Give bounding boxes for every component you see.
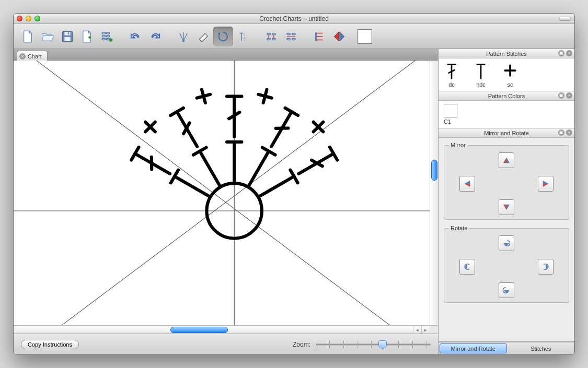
- app-window: Crochet Charts – untitled: [13, 13, 575, 355]
- side-panel-area: Pattern Stitches ▣ × dc hdc: [439, 49, 574, 354]
- svg-point-18: [292, 38, 296, 40]
- select-tool-button[interactable]: [174, 27, 193, 46]
- svg-line-39: [180, 123, 193, 134]
- mirror-rotate-title: Mirror and Rotate: [442, 130, 571, 136]
- panel-close-icon[interactable]: ×: [566, 129, 572, 136]
- color-swatch-c1[interactable]: C1: [444, 104, 569, 125]
- zoom-slider[interactable]: [316, 340, 431, 349]
- add-stitches-button[interactable]: [97, 27, 117, 46]
- rotate-ccw-90-button[interactable]: [499, 235, 514, 251]
- rotate-circle-icon: [216, 29, 230, 44]
- svg-rect-1: [64, 32, 70, 35]
- svg-line-48: [312, 157, 322, 170]
- redo-button[interactable]: [145, 27, 165, 46]
- svg-point-8: [102, 38, 106, 40]
- mirror-legend: Mirror: [448, 142, 468, 148]
- rotate-right-icon: [541, 262, 550, 272]
- document-tab-bar: × Chart: [14, 49, 438, 61]
- panel-popout-icon[interactable]: ▣: [558, 92, 564, 99]
- pattern-stitches-panel: Pattern Stitches ▣ × dc hdc: [439, 49, 574, 91]
- pattern-colors-title: Pattern Colors: [442, 93, 571, 99]
- mirror-down-icon: [502, 202, 511, 212]
- eraser-tool-button[interactable]: [193, 27, 213, 46]
- svg-point-16: [292, 33, 296, 34]
- svg-point-14: [272, 38, 276, 40]
- row-edit-button[interactable]: [309, 27, 329, 46]
- canvas-horizontal-scrollbar[interactable]: ◂▸: [14, 325, 430, 334]
- mirror-right-button[interactable]: [538, 176, 554, 192]
- svg-line-26: [200, 151, 220, 185]
- rotate-left-button[interactable]: [459, 259, 475, 275]
- blank-page-icon: [21, 29, 34, 44]
- mirror-tool-button[interactable]: [329, 27, 349, 46]
- svg-point-13: [267, 38, 271, 40]
- svg-line-36: [146, 157, 157, 170]
- fan-select-icon: [177, 29, 190, 44]
- side-tab-stitches[interactable]: Stitches: [508, 342, 575, 354]
- svg-point-7: [106, 35, 110, 37]
- mirror-up-icon: [502, 155, 511, 165]
- stitch-resize-icon: [236, 29, 250, 44]
- scroll-corner: [430, 325, 438, 334]
- rotate-tool-button[interactable]: [213, 27, 233, 46]
- scroll-left-icon[interactable]: ◂: [413, 326, 421, 334]
- mirror-triangle-icon: [332, 29, 346, 44]
- svg-line-22: [14, 61, 438, 334]
- stitch-hdc[interactable]: hdc: [473, 62, 489, 88]
- copy-instructions-button[interactable]: Copy Instructions: [21, 340, 79, 349]
- svg-line-24: [175, 176, 209, 196]
- rotate-right-button[interactable]: [538, 259, 554, 275]
- save-file-button[interactable]: [57, 27, 77, 46]
- svg-point-5: [106, 32, 110, 33]
- link-stitches-button[interactable]: [261, 27, 281, 46]
- side-tab-mirror-rotate[interactable]: Mirror and Rotate: [440, 343, 507, 353]
- svg-rect-2: [64, 37, 70, 41]
- row-lines-icon: [313, 29, 326, 44]
- titlebar-grip[interactable]: [559, 17, 571, 21]
- tab-close-icon[interactable]: ×: [19, 53, 26, 60]
- scroll-right-icon[interactable]: ▸: [421, 326, 430, 334]
- undo-button[interactable]: [125, 27, 145, 46]
- zoom-label: Zoom:: [293, 341, 310, 348]
- chart-canvas[interactable]: ◂▸: [14, 61, 438, 334]
- svg-line-45: [276, 123, 289, 134]
- stitch-label: hdc: [476, 81, 486, 88]
- window-title: Crochet Charts – untitled: [14, 15, 574, 22]
- open-file-button[interactable]: [38, 27, 57, 46]
- panel-close-icon[interactable]: ×: [566, 50, 572, 56]
- panel-popout-icon[interactable]: ▣: [558, 129, 564, 136]
- minimize-window-button[interactable]: [26, 16, 31, 21]
- mirror-left-icon: [463, 179, 471, 189]
- svg-point-9: [106, 38, 110, 40]
- unlink-stitches-button[interactable]: [281, 27, 301, 46]
- stitch-dc[interactable]: dc: [444, 62, 459, 88]
- canvas-vertical-scrollbar[interactable]: [430, 61, 438, 325]
- stitch-grid-plus-icon: [100, 29, 114, 44]
- scale-tool-button[interactable]: [233, 27, 253, 46]
- redo-arrow-icon: [148, 29, 162, 44]
- svg-line-21: [14, 61, 438, 334]
- main-toolbar: [14, 24, 574, 49]
- zoom-window-button[interactable]: [34, 16, 40, 21]
- svg-line-52: [202, 90, 205, 103]
- mirror-up-button[interactable]: [499, 152, 514, 168]
- mirror-left-button[interactable]: [459, 176, 475, 192]
- new-file-button[interactable]: [18, 27, 38, 46]
- mirror-down-button[interactable]: [499, 199, 514, 215]
- close-window-button[interactable]: [17, 16, 22, 21]
- mirror-right-icon: [541, 179, 550, 189]
- undo-arrow-icon: [129, 29, 142, 44]
- dc-stitch-icon: [444, 62, 459, 80]
- floppy-disk-icon: [61, 29, 74, 44]
- panel-popout-icon[interactable]: ▣: [558, 50, 564, 56]
- rotate-cw-90-button[interactable]: [499, 282, 514, 298]
- color-swatch-icon: [444, 104, 457, 117]
- svg-line-30: [249, 151, 269, 185]
- svg-point-10: [182, 40, 185, 42]
- page-export-icon: [80, 29, 94, 44]
- export-button[interactable]: [77, 27, 97, 46]
- stitch-sc[interactable]: sc: [502, 62, 518, 88]
- foreground-color-well[interactable]: [358, 29, 372, 44]
- document-tab-chart[interactable]: × Chart: [17, 51, 48, 61]
- panel-close-icon[interactable]: ×: [566, 92, 572, 99]
